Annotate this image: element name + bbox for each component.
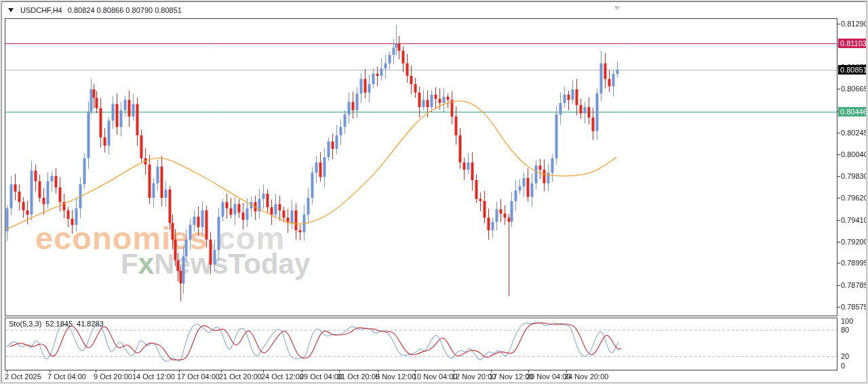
symbol-dropdown-icon[interactable] [8,8,14,12]
chart-window: USDCHF,H4 0.80824 0.80866 0.80790 0.8085… [0,0,868,384]
chart-title: USDCHF,H4 0.80824 0.80866 0.80790 0.8085… [8,5,182,16]
symbol-period-label: USDCHF,H4 [20,6,62,14]
stochastic-label: Sto(5,3,3) 52.1845 41.8283 [9,320,104,328]
stochastic-d-value: 41.8283 [77,320,104,328]
chart-shift-marker-icon[interactable] [614,6,620,10]
price-chart-canvas[interactable] [1,1,868,384]
stochastic-name: Sto(5,3,3) [9,320,41,328]
stochastic-k-value: 52.1845 [45,320,73,328]
ohlc-values-label: 0.80824 0.80866 0.80790 0.80851 [68,6,182,14]
